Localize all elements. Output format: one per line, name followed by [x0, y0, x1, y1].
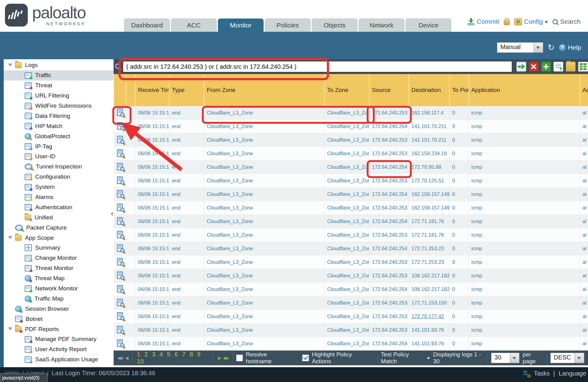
table-row[interactable]: 06/06 15:15:17 end Cloudflare_L3_Zone Cl…	[114, 188, 588, 201]
destination-value[interactable]: 162.158.157.149	[411, 205, 450, 210]
sidebar-item[interactable]: SaaS Application Usage	[4, 355, 114, 365]
test-policy-match-button[interactable]: Test Policy Match	[381, 351, 430, 365]
log-detail-icon[interactable]	[117, 339, 123, 347]
log-detail-icon[interactable]	[117, 204, 123, 211]
destination-value[interactable]: 162.158.157.149	[411, 191, 450, 197]
destination-value[interactable]: 141.101.70.211	[411, 137, 446, 143]
refresh-icon[interactable]: ↻	[548, 43, 555, 52]
destination-value[interactable]: 108.162.217.182	[411, 273, 450, 278]
column-header[interactable]	[114, 74, 126, 106]
dropdown-arrow-icon[interactable]	[534, 42, 543, 53]
column-header[interactable]: To Port	[450, 74, 469, 106]
destination-value[interactable]: 172.70.95.88	[411, 164, 441, 170]
sidebar-item[interactable]: URL Filtering	[4, 91, 114, 101]
sidebar-item[interactable]: IP-Tag	[4, 141, 114, 152]
page-number[interactable]: 10	[137, 358, 144, 365]
page-number[interactable]: 7	[182, 351, 186, 358]
table-row[interactable]: 06/06 15:15:14 end Cloudflare_L3_Zone Cl…	[114, 310, 588, 323]
resolve-hostname-checkbox[interactable]	[236, 355, 243, 361]
table-row[interactable]: 06/06 15:15:16 end Cloudflare_L3_Zone Cl…	[114, 242, 588, 255]
sidebar-item[interactable]: Network Monitor	[4, 284, 114, 294]
dropdown-arrow-icon[interactable]	[575, 353, 584, 363]
column-header[interactable]: Application	[469, 74, 580, 106]
log-detail-icon[interactable]	[117, 136, 123, 143]
table-row[interactable]: 06/06 15:15:15 end Cloudflare_L3_Zone Cl…	[114, 283, 588, 296]
refresh-interval-dropdown[interactable]: Manual	[497, 42, 543, 53]
log-detail-icon[interactable]	[117, 285, 123, 293]
table-row[interactable]: 06/06 15:15:17 end Cloudflare_L3_Zone Cl…	[114, 201, 588, 215]
destination-value[interactable]: 162.158.117.4	[411, 110, 444, 115]
log-filter-input[interactable]	[123, 61, 512, 72]
apply-filter-icon[interactable]	[516, 62, 526, 72]
sidebar-item[interactable]: Configuration	[4, 172, 114, 182]
search-button[interactable]: Search	[553, 18, 581, 25]
sidebar-item[interactable]: App Scope	[4, 233, 114, 243]
tasks-button[interactable]: Tasks	[534, 370, 550, 377]
log-detail-icon[interactable]	[117, 258, 123, 265]
export-logs-icon[interactable]	[578, 62, 588, 72]
log-detail-icon[interactable]	[117, 326, 123, 333]
table-row[interactable]: 06/06 15:15:17 end Cloudflare_L3_Zone Cl…	[114, 147, 588, 160]
log-detail-icon[interactable]	[117, 122, 123, 130]
page-number[interactable]: 6	[174, 351, 178, 358]
page-number[interactable]: 4	[160, 351, 163, 358]
log-detail-icon[interactable]	[117, 217, 123, 225]
column-header[interactable]	[126, 74, 136, 106]
nav-tab[interactable]: Monitor	[218, 19, 264, 32]
log-detail-icon[interactable]	[117, 176, 123, 184]
table-row[interactable]: 06/06 15:15:14 end Cloudflare_L3_Zone Cl…	[114, 296, 588, 310]
destination-value[interactable]: 108.162.217.182	[411, 286, 450, 292]
table-row[interactable]: 06/06 15:15:14 end Cloudflare_L3_Zone Cl…	[114, 337, 588, 351]
sidebar-item[interactable]: User Activity Report	[4, 344, 114, 355]
nav-tab[interactable]: Policies	[265, 19, 311, 32]
sidebar-item[interactable]: Authentication	[4, 202, 114, 212]
sidebar-item[interactable]: Traffic	[4, 70, 114, 81]
column-header[interactable]: Source	[369, 74, 409, 106]
log-detail-icon[interactable]	[117, 163, 123, 170]
page-number[interactable]: 9	[197, 351, 201, 358]
sidebar-item[interactable]: Summary	[4, 243, 114, 253]
log-detail-icon[interactable]	[117, 109, 123, 116]
table-row[interactable]: 06/06 15:15:17 end Cloudflare_L3_Zone Cl…	[114, 174, 588, 188]
sidebar-item[interactable]: Data Filtering	[4, 111, 114, 121]
destination-value[interactable]: 141.101.70.211	[411, 123, 446, 129]
log-detail-icon[interactable]	[117, 312, 123, 320]
nav-tab[interactable]: Network	[359, 19, 404, 32]
commit-button[interactable]: Commit	[468, 18, 499, 25]
sidebar-item[interactable]: HIP Match	[4, 121, 114, 131]
clear-filter-icon[interactable]	[529, 62, 539, 72]
destination-value[interactable]: 172.70.177.42	[411, 313, 444, 319]
table-row[interactable]: 06/06 15:15:17 end Cloudflare_L3_Zone Cl…	[114, 120, 588, 133]
help-button[interactable]: ? Help	[559, 44, 581, 51]
sidebar-item[interactable]: Packet Capture	[4, 222, 114, 233]
config-menu[interactable]: ⚙ Config	[514, 18, 548, 25]
load-filter-icon[interactable]	[566, 62, 576, 72]
sidebar-item[interactable]: Logs	[4, 60, 114, 70]
destination-value[interactable]: 172.71.181.76	[411, 232, 444, 238]
highlight-policy-checkbox[interactable]	[302, 355, 309, 361]
destination-value[interactable]: 172.71.181.76	[411, 218, 444, 224]
sidebar-item[interactable]: Alarms	[4, 192, 114, 202]
prev-page-icon[interactable]: ◀	[125, 355, 127, 360]
sidebar-item[interactable]: Threat Map	[4, 273, 114, 284]
sidebar-item[interactable]: Botnet	[4, 314, 114, 324]
sidebar-item[interactable]: WildFire Submissions	[4, 101, 114, 111]
nav-tab[interactable]: Dashboard	[124, 19, 170, 32]
page-number[interactable]: 2	[144, 351, 148, 358]
language-button[interactable]: Language	[559, 370, 586, 377]
table-row[interactable]: 06/06 15:15:16 end Cloudflare_L3_Zone Cl…	[114, 228, 588, 242]
page-number[interactable]: 5	[167, 351, 170, 358]
sidebar-item[interactable]: Change Monitor	[4, 253, 114, 263]
page-number[interactable]: 3	[152, 351, 155, 358]
column-header[interactable]: Ac	[580, 74, 588, 106]
per-page-dropdown[interactable]: 30	[491, 353, 519, 363]
log-detail-icon[interactable]	[117, 190, 123, 197]
sidebar-item[interactable]: Unified	[4, 212, 114, 222]
next-page-icon[interactable]: ▶	[218, 355, 220, 360]
column-header[interactable]: From Zone	[204, 74, 325, 106]
save-filter-icon[interactable]	[553, 62, 563, 72]
sidebar-item[interactable]: User-ID	[4, 152, 114, 162]
sidebar-collapse-handle[interactable]	[111, 212, 113, 216]
destination-value[interactable]: 172.70.125.51	[411, 178, 444, 183]
tree-expander-icon[interactable]	[8, 236, 13, 239]
